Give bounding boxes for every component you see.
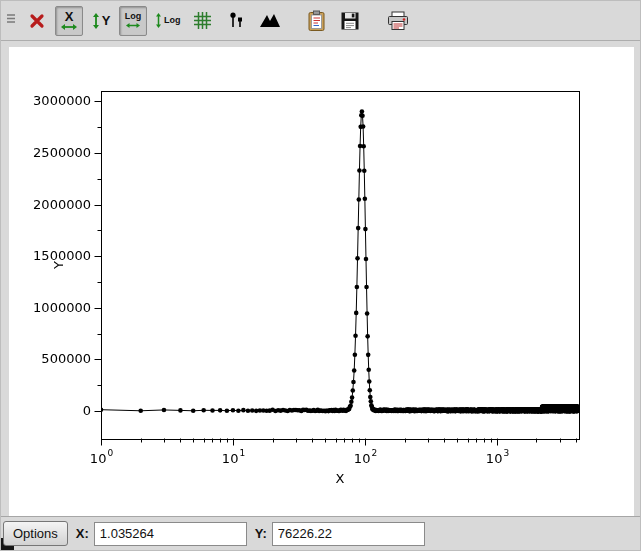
y-log-label: Log bbox=[164, 16, 181, 25]
save-button[interactable] bbox=[336, 6, 364, 36]
x-log-button[interactable]: Log bbox=[119, 6, 147, 36]
toolbar-separator bbox=[289, 20, 299, 21]
y-position-field[interactable] bbox=[272, 522, 425, 546]
clipboard-icon bbox=[307, 10, 328, 32]
grid-icon bbox=[193, 11, 212, 30]
fit-button[interactable] bbox=[255, 6, 285, 36]
x-position-field[interactable] bbox=[94, 522, 247, 546]
vertical-arrows-icon bbox=[92, 12, 100, 30]
plot-canvas[interactable] bbox=[9, 47, 634, 518]
toolbar-separator bbox=[368, 20, 378, 21]
x-autoscale-label: X bbox=[65, 11, 74, 22]
x-autoscale-button[interactable]: X bbox=[55, 6, 83, 36]
horizontal-arrows-icon bbox=[125, 22, 141, 29]
x-log-label: Log bbox=[125, 12, 142, 21]
floppy-disk-icon bbox=[340, 11, 360, 31]
x-position-label: X: bbox=[76, 526, 89, 541]
toolbar: X Y Log Log bbox=[1, 1, 640, 41]
status-bar: Options X: Y: bbox=[1, 516, 640, 550]
y-autoscale-label: Y bbox=[102, 15, 111, 26]
clear-button[interactable] bbox=[23, 6, 51, 36]
peak-marker-icon bbox=[225, 11, 247, 30]
mountains-icon bbox=[259, 12, 281, 29]
toolbar-handle-icon bbox=[5, 12, 17, 30]
plot-window: { "toolbar": { "x_autoscale_label": "X",… bbox=[0, 0, 641, 551]
y-position-label: Y: bbox=[255, 526, 267, 541]
y-autoscale-button[interactable]: Y bbox=[87, 6, 115, 36]
copy-button[interactable] bbox=[303, 6, 332, 36]
options-button[interactable]: Options bbox=[3, 521, 68, 546]
horizontal-arrows-icon bbox=[60, 23, 78, 31]
grid-button[interactable] bbox=[189, 6, 217, 36]
plot-area bbox=[9, 47, 634, 518]
printer-icon bbox=[386, 11, 410, 31]
y-log-button[interactable]: Log bbox=[151, 6, 185, 36]
peak-search-button[interactable] bbox=[221, 6, 251, 36]
red-x-icon bbox=[28, 12, 46, 30]
vertical-arrows-icon bbox=[155, 12, 162, 29]
print-button[interactable] bbox=[382, 6, 414, 36]
